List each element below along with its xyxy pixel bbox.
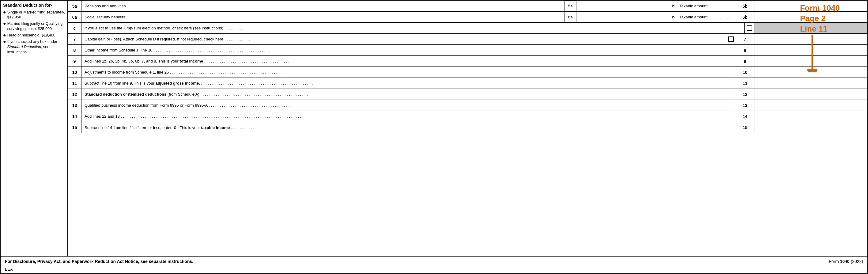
eea-row: EEA (1, 266, 867, 273)
line-9-desc: Add lines 1z, 2b, 3b, 4b, 5b, 6b, 7, and… (82, 58, 736, 65)
line-8-right-num: 8 (736, 45, 754, 56)
line-8-num: 8 (68, 45, 82, 56)
line-13-row: 13 Qualified business income deduction f… (68, 100, 867, 111)
line-5a-b-label: b (670, 4, 677, 8)
footer: For Disclosure, Privacy Act, and Paperwo… (1, 256, 867, 266)
line-6c-row: c If you elect to use the lump-sum elect… (68, 23, 867, 34)
sidebar-item-head: ● Head of household, $19,400 (3, 33, 65, 38)
footer-disclosure: For Disclosure, Privacy Act, and Paperwo… (5, 259, 193, 264)
sidebar-item-head-text: Head of household, $19,400 (7, 33, 56, 38)
line-14-num: 14 (68, 111, 82, 122)
line-6a-taxable-dots: . . . . . . . . . . . (710, 15, 736, 19)
bullet-icon-3: ● (3, 33, 6, 38)
line-5a-num: 5a (68, 1, 82, 11)
sidebar-item-single: ● Single or Married filing separately, $… (3, 10, 65, 20)
line-11-num: 11 (68, 78, 82, 89)
line-13-entry (754, 100, 867, 111)
line-11-row: 11 Subtract line 10 from line 9. This is… (68, 78, 867, 89)
line-15-desc: Subtract line 14 from line 11. If zero o… (82, 124, 736, 131)
line-6c-checkbox-container (744, 23, 754, 33)
line-12-right-num: 12 (736, 89, 754, 100)
line-6a-mini-label: 6a (564, 12, 577, 22)
main-content: 5a Pensions and annuities . . . 5a b Tax… (68, 1, 867, 256)
line-9-entry (754, 56, 867, 66)
sidebar-item-married-jointly-text: Married filing jointly or Qualifying sur… (7, 21, 65, 32)
line-5a-row: 5a Pensions and annuities . . . 5a b Tax… (68, 1, 867, 12)
line-6c-gray (754, 23, 867, 33)
line-5a-desc: Pensions and annuities . . . (82, 2, 563, 9)
line-5b-entry (754, 1, 867, 11)
sidebar-item-married-jointly: ● Married filing jointly or Qualifying s… (3, 21, 65, 32)
line-12-num: 12 (68, 89, 82, 100)
line-11-desc: Subtract line 10 from line 9. This is yo… (82, 80, 736, 87)
line-15-entry (754, 122, 867, 133)
line-6c-letter: c (68, 23, 82, 33)
line-12-row: 12 Standard deduction or itemized deduct… (68, 89, 867, 100)
line-12-entry (754, 89, 867, 100)
line-14-row: 14 Add lines 12 and 13 . . . . . . . . .… (68, 111, 867, 122)
line-5b-num: 5b (736, 1, 754, 11)
line-7-num: 7 (68, 34, 82, 44)
line-6c-desc: If you elect to use the lump-sum electio… (82, 25, 744, 32)
line-15-right-num: 15 (736, 122, 754, 133)
line-5a-mini-label: 5a (564, 1, 577, 11)
footer-form-label: Form 1040 (2022) (829, 259, 863, 264)
line-6a-b-label: b (670, 15, 677, 19)
line-12-desc: Standard deduction or itemized deduction… (82, 91, 736, 98)
line-7-checkbox[interactable] (728, 36, 734, 42)
line-6c-checkbox[interactable] (747, 25, 752, 31)
line-11-entry (754, 78, 867, 89)
line-9-right-num: 9 (736, 56, 754, 66)
line-5a-taxable: Taxable amount (677, 4, 710, 8)
line-6a-num: 6a (68, 12, 82, 22)
line-5a-taxable-dots: . . . . . . . . . . . (710, 4, 736, 8)
line-7-desc: Capital gain or (loss). Attach Schedule … (82, 35, 726, 42)
line-15-row: 15 Subtract line 14 from line 11. If zer… (68, 122, 867, 133)
line-7-right-num: 7 (736, 34, 754, 44)
line-6b-entry (754, 12, 867, 22)
line-5a-entry (578, 1, 670, 11)
line-8-desc: Other income from Schedule 1, line 10 . … (82, 47, 736, 54)
eea-text: EEA (5, 267, 13, 272)
line-7-entry (754, 34, 867, 44)
line-10-row: 10 Adjustments to income from Schedule 1… (68, 67, 867, 78)
line-8-entry (754, 45, 867, 56)
form-wrapper: Standard Deduction for- ● Single or Marr… (0, 0, 868, 274)
sidebar-title: Standard Deduction for- (3, 2, 65, 8)
sidebar-item-single-text: Single or Married filing separately, $12… (7, 10, 65, 20)
line-6a-desc: Social security benefits . . . (82, 13, 563, 21)
bullet-icon-2: ● (3, 21, 6, 26)
line-14-right-num: 14 (736, 111, 754, 122)
line-8-row: 8 Other income from Schedule 1, line 10 … (68, 45, 867, 56)
line-7-checkbox-container (726, 34, 736, 44)
line-14-entry (754, 111, 867, 122)
line-13-right-num: 13 (736, 100, 754, 111)
bullet-icon-1: ● (3, 10, 6, 15)
line-13-desc: Qualified business income deduction from… (82, 102, 736, 109)
line-10-right-num: 10 (736, 67, 754, 78)
line-10-desc: Adjustments to income from Schedule 1, l… (82, 69, 736, 76)
line-13-num: 13 (68, 100, 82, 111)
sidebar-item-checked-text: If you checked any box under Standard De… (7, 39, 65, 55)
line-11-right-num: 11 (736, 78, 754, 89)
line-6a-row: 6a Social security benefits . . . 6a b T… (68, 12, 867, 23)
line-7-row: 7 Capital gain or (loss). Attach Schedul… (68, 34, 867, 45)
line-6a-taxable: Taxable amount (677, 15, 710, 19)
line-9-num: 9 (68, 56, 82, 66)
bullet-icon-4: ● (3, 39, 6, 44)
content-rows: 5a Pensions and annuities . . . 5a b Tax… (68, 1, 867, 256)
line-6b-num: 6b (736, 12, 754, 22)
sidebar: Standard Deduction for- ● Single or Marr… (1, 1, 68, 256)
line-10-num: 10 (68, 67, 82, 78)
line-9-row: 9 Add lines 1z, 2b, 3b, 4b, 5b, 6b, 7, a… (68, 56, 867, 67)
line-15-num: 15 (68, 122, 82, 133)
line-6a-entry (578, 12, 670, 22)
line-10-entry (754, 67, 867, 78)
line-14-desc: Add lines 12 and 13 . . . . . . . . . . … (82, 113, 736, 120)
sidebar-item-checked: ● If you checked any box under Standard … (3, 39, 65, 55)
